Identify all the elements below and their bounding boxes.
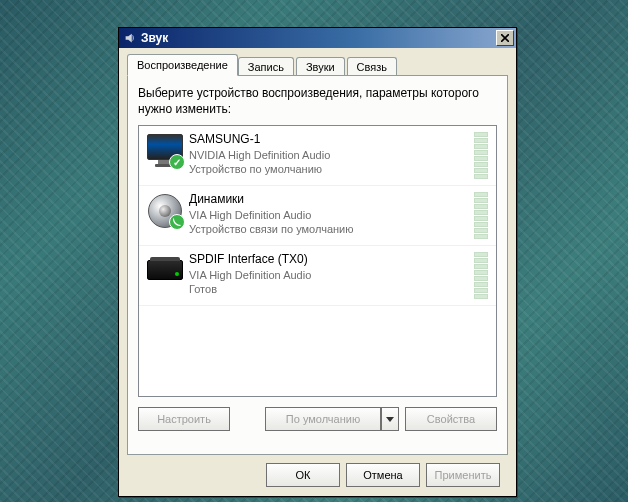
level-meter-icon (474, 132, 488, 179)
chevron-down-icon (386, 417, 394, 422)
speaker-icon (147, 192, 183, 228)
device-status: Устройство по умолчанию (189, 162, 470, 176)
device-item[interactable]: SPDIF Interface (TX0) VIA High Definitio… (139, 246, 496, 306)
device-list[interactable]: ✓ SAMSUNG-1 NVIDIA High Definition Audio… (138, 125, 497, 397)
playback-panel: Выберите устройство воспроизведения, пар… (127, 75, 508, 455)
level-meter-icon (474, 192, 488, 239)
tab-sounds[interactable]: Звуки (296, 57, 345, 76)
monitor-icon: ✓ (147, 132, 183, 168)
device-subtitle: NVIDIA High Definition Audio (189, 148, 470, 162)
device-status: Устройство связи по умолчанию (189, 222, 470, 236)
instruction-text: Выберите устройство воспроизведения, пар… (138, 86, 497, 117)
configure-button[interactable]: Настроить (138, 407, 230, 431)
spdif-icon (147, 252, 183, 288)
dialog-button-row: ОК Отмена Применить (127, 455, 508, 487)
default-check-icon: ✓ (169, 154, 185, 170)
device-subtitle: VIA High Definition Audio (189, 268, 470, 282)
device-subtitle: VIA High Definition Audio (189, 208, 470, 222)
device-name: SPDIF Interface (TX0) (189, 252, 470, 268)
tab-communications[interactable]: Связь (347, 57, 397, 76)
set-default-dropdown[interactable] (381, 407, 399, 431)
panel-button-row: Настроить По умолчанию Свойства (138, 407, 497, 431)
apply-button[interactable]: Применить (426, 463, 500, 487)
sound-dialog: Звук Воспроизведение Запись Звуки Связь … (118, 27, 517, 497)
sound-icon (123, 31, 137, 45)
default-comm-icon (169, 214, 185, 230)
set-default-button[interactable]: По умолчанию (265, 407, 399, 431)
device-item[interactable]: Динамики VIA High Definition Audio Устро… (139, 186, 496, 246)
device-item[interactable]: ✓ SAMSUNG-1 NVIDIA High Definition Audio… (139, 126, 496, 186)
tab-recording[interactable]: Запись (238, 57, 294, 76)
tab-playback[interactable]: Воспроизведение (127, 54, 238, 76)
device-status: Готов (189, 282, 470, 296)
titlebar[interactable]: Звук (119, 28, 516, 48)
window-title: Звук (141, 31, 496, 45)
level-meter-icon (474, 252, 488, 299)
tab-strip: Воспроизведение Запись Звуки Связь (127, 54, 508, 76)
close-button[interactable] (496, 30, 514, 46)
device-name: SAMSUNG-1 (189, 132, 470, 148)
content-area: Воспроизведение Запись Звуки Связь Выбер… (119, 48, 516, 495)
device-name: Динамики (189, 192, 470, 208)
cancel-button[interactable]: Отмена (346, 463, 420, 487)
properties-button[interactable]: Свойства (405, 407, 497, 431)
ok-button[interactable]: ОК (266, 463, 340, 487)
